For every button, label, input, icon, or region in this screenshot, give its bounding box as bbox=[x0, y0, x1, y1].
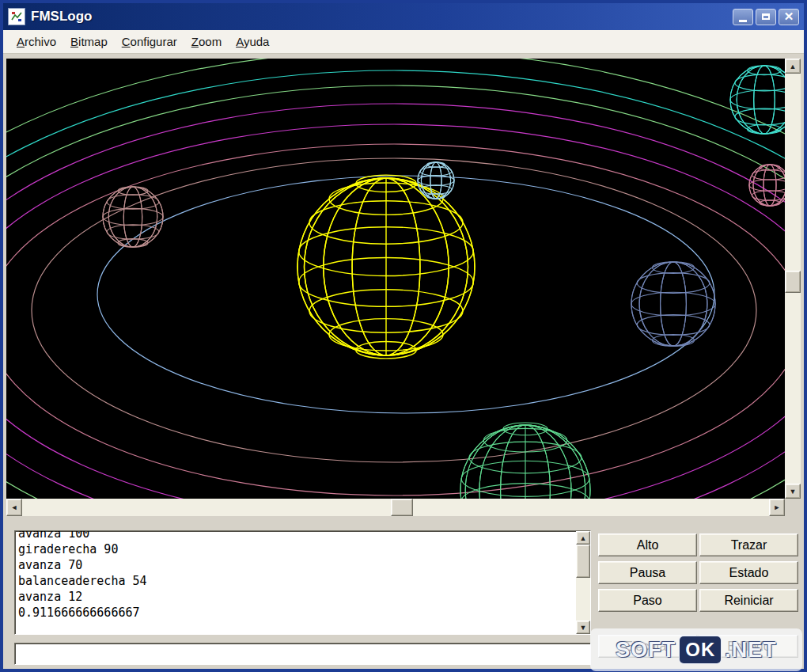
commander-button-estado[interactable]: Estado bbox=[699, 561, 798, 584]
menu-zoom[interactable]: Zoom bbox=[184, 32, 229, 51]
commander-history[interactable]: avanza 100giraderecha 90avanza 70balance… bbox=[14, 530, 591, 635]
scroll-down-icon[interactable]: ▼ bbox=[785, 484, 801, 499]
history-scroll-up-icon[interactable]: ▲ bbox=[576, 531, 590, 545]
scroll-right-icon[interactable]: ► bbox=[769, 499, 785, 516]
commander-input[interactable] bbox=[14, 643, 591, 665]
commander-buttons: AltoTrazarPausaEstadoPasoReiniciar bbox=[598, 533, 798, 612]
menu-bar: ArchivoBitmapConfigurarZoomAyuda bbox=[3, 30, 804, 54]
history-line: avanza 70 bbox=[18, 557, 573, 573]
history-line: giraderecha 90 bbox=[18, 541, 573, 557]
commander-button-pausa[interactable]: Pausa bbox=[598, 561, 697, 584]
close-button[interactable]: ✕ bbox=[779, 9, 799, 25]
commander-button-alto[interactable]: Alto bbox=[598, 533, 697, 556]
title-bar[interactable]: FMSLogo ✕ bbox=[3, 3, 804, 30]
canvas-vertical-scrollbar[interactable]: ▲ ▼ bbox=[785, 59, 801, 499]
maximize-button[interactable] bbox=[756, 9, 776, 25]
watermark: SOFT OK .NET bbox=[590, 628, 802, 671]
history-line: balanceaderecha 54 bbox=[18, 573, 573, 589]
horizontal-scroll-thumb[interactable] bbox=[391, 499, 413, 516]
commander-button-trazar[interactable]: Trazar bbox=[699, 533, 798, 556]
watermark-ok-badge: OK bbox=[680, 636, 721, 663]
commander-button-paso[interactable]: Paso bbox=[598, 589, 697, 612]
watermark-text-right: .NET bbox=[725, 638, 777, 663]
history-text: avanza 100giraderecha 90avanza 70balance… bbox=[18, 530, 573, 621]
watermark-text-left: SOFT bbox=[616, 638, 676, 663]
menu-ayuda[interactable]: Ayuda bbox=[229, 32, 276, 51]
scroll-left-icon[interactable]: ◄ bbox=[6, 499, 22, 516]
canvas-horizontal-scrollbar[interactable]: ◄ ► bbox=[6, 499, 785, 516]
window-controls: ✕ bbox=[733, 9, 799, 25]
history-scroll-down-icon[interactable]: ▼ bbox=[576, 621, 590, 634]
history-line: avanza 12 bbox=[18, 589, 573, 605]
commander-button-reiniciar[interactable]: Reiniciar bbox=[699, 589, 798, 612]
history-line: 0.911666666666667 bbox=[18, 605, 573, 621]
history-scrollbar[interactable]: ▲ ▼ bbox=[576, 531, 590, 634]
vertical-scroll-thumb[interactable] bbox=[785, 271, 801, 293]
minimize-icon bbox=[739, 20, 747, 22]
app-icon bbox=[8, 8, 25, 25]
drawing-canvas[interactable] bbox=[6, 59, 785, 499]
app-window: FMSLogo ✕ ArchivoBitmapConfigurarZoomAyu… bbox=[0, 0, 807, 672]
window-title: FMSLogo bbox=[31, 9, 733, 25]
menu-bitmap[interactable]: Bitmap bbox=[63, 32, 115, 51]
maximize-icon bbox=[762, 13, 770, 20]
scroll-up-icon[interactable]: ▲ bbox=[785, 59, 801, 74]
history-scroll-thumb[interactable] bbox=[576, 545, 590, 578]
minimize-button[interactable] bbox=[733, 9, 753, 25]
menu-configurar[interactable]: Configurar bbox=[115, 32, 184, 51]
history-line: avanza 100 bbox=[18, 530, 573, 541]
menu-archivo[interactable]: Archivo bbox=[9, 32, 63, 51]
